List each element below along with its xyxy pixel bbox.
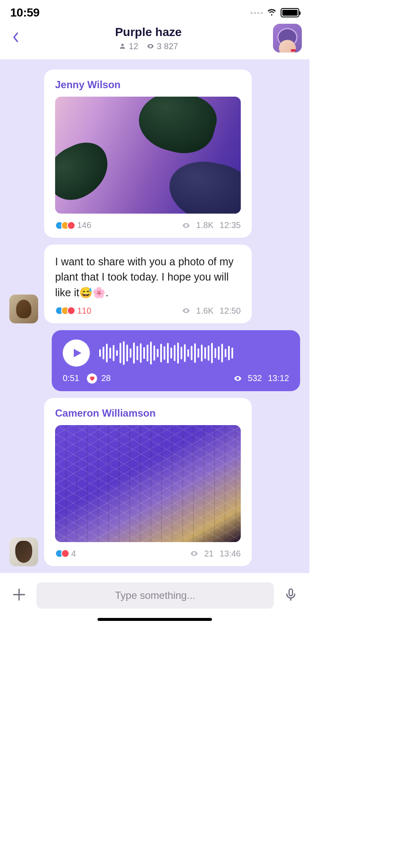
reaction-count: 110	[77, 306, 91, 316]
reaction-count: 4	[71, 549, 76, 559]
reaction-count: 146	[77, 220, 91, 230]
bubble-footer: 0:51 28 532 13:12	[63, 373, 289, 384]
message-text: I want to share with you a photo of my p…	[55, 254, 241, 300]
eye-icon	[234, 374, 242, 383]
eye-icon	[190, 549, 198, 558]
user-avatar[interactable]	[9, 295, 38, 323]
message-row-own: 0:51 28 532 13:12	[0, 330, 309, 398]
reactions[interactable]: 28	[87, 373, 111, 384]
message-composer	[0, 573, 309, 614]
message-time: 12:35	[220, 220, 241, 230]
reactions[interactable]: 146	[55, 220, 91, 230]
reaction-icons	[55, 306, 73, 315]
home-indicator[interactable]	[0, 614, 309, 625]
view-count: 1.8K	[196, 220, 214, 230]
voice-button[interactable]	[281, 585, 300, 606]
message-meta: 21 13:46	[190, 549, 241, 559]
message-row: Cameron Williamson 4 21 13:46	[0, 398, 309, 573]
message-image[interactable]	[55, 425, 241, 542]
reaction-icons	[55, 549, 67, 558]
message-time: 12:50	[220, 306, 241, 316]
view-count: 21	[204, 549, 214, 559]
view-count: 532	[248, 373, 262, 383]
message-row: Jenny Wilson 146 1.8K 12:35	[0, 70, 309, 245]
audio-waveform[interactable]	[99, 341, 289, 365]
plus-icon	[12, 587, 26, 602]
battery-icon	[281, 8, 299, 17]
wifi-icon	[266, 6, 277, 19]
chat-views: 3 827	[147, 42, 178, 51]
status-time: 10:59	[10, 6, 39, 19]
chat-area: Jenny Wilson 146 1.8K 12:35	[0, 59, 309, 573]
reaction-icons	[55, 221, 73, 230]
message-input[interactable]	[47, 590, 264, 601]
message-bubble[interactable]: I want to share with you a photo of my p…	[44, 245, 252, 323]
status-bar: 10:59	[0, 0, 309, 22]
message-meta: 532 13:12	[234, 373, 289, 383]
bubble-footer: 4 21 13:46	[55, 549, 241, 559]
chat-title: Purple haze	[24, 25, 273, 39]
sender-name: Jenny Wilson	[55, 79, 241, 91]
message-bubble[interactable]: Jenny Wilson 146 1.8K 12:35	[44, 70, 252, 238]
microphone-icon	[284, 588, 298, 601]
message-input-wrap[interactable]	[36, 582, 274, 609]
eye-icon	[147, 42, 154, 50]
chat-header: Purple haze 12 3 827	[0, 22, 309, 59]
cellular-dots-icon	[251, 12, 263, 14]
view-count: 1.6K	[196, 306, 214, 316]
chat-members: 12	[119, 42, 138, 51]
chat-meta: 12 3 827	[24, 42, 273, 51]
message-meta: 1.8K 12:35	[182, 220, 241, 230]
message-bubble[interactable]: Cameron Williamson 4 21 13:46	[44, 398, 252, 566]
sender-name: Cameron Williamson	[55, 407, 241, 419]
reactions[interactable]: 4	[55, 549, 76, 559]
message-image[interactable]	[55, 97, 241, 214]
eye-icon	[182, 221, 190, 230]
attach-button[interactable]	[9, 585, 29, 606]
reactions[interactable]: 110	[55, 306, 91, 316]
bubble-footer: 146 1.8K 12:35	[55, 220, 241, 230]
bubble-footer: 110 1.6K 12:50	[55, 306, 241, 316]
person-icon	[119, 42, 126, 50]
status-icons	[251, 6, 299, 19]
eye-icon	[182, 306, 190, 315]
svg-rect-2	[289, 589, 292, 595]
message-time: 13:46	[220, 549, 241, 559]
back-button[interactable]	[8, 28, 24, 48]
message-row: I want to share with you a photo of my p…	[0, 245, 309, 330]
message-time: 13:12	[268, 373, 289, 383]
play-icon	[72, 348, 82, 358]
header-center[interactable]: Purple haze 12 3 827	[24, 25, 273, 51]
audio-duration: 0:51	[63, 373, 79, 383]
reaction-count: 28	[101, 373, 111, 383]
heart-icon	[87, 373, 97, 384]
play-button[interactable]	[63, 339, 90, 367]
message-meta: 1.6K 12:50	[182, 306, 241, 316]
chat-avatar[interactable]	[273, 24, 302, 53]
user-avatar[interactable]	[9, 537, 38, 566]
audio-message-bubble[interactable]: 0:51 28 532 13:12	[52, 330, 300, 391]
